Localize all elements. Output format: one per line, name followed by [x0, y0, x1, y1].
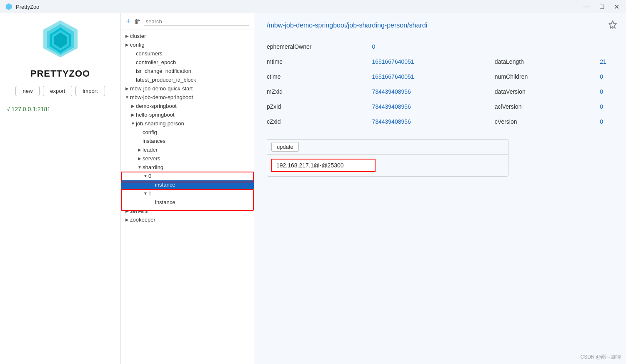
new-button[interactable]: new — [15, 86, 40, 96]
node-label: config — [130, 42, 145, 48]
arrow-icon: ▶ — [124, 42, 130, 47]
logo-area: PRETTYZOO — [0, 13, 120, 86]
node-label: controller_epoch — [136, 59, 176, 65]
pin-icon[interactable] — [608, 20, 618, 32]
arrow-icon: ▼ — [137, 165, 143, 170]
arrow-icon: ▶ — [124, 86, 130, 91]
tree-node-servers-top[interactable]: ▶ servers — [121, 207, 254, 215]
tree-node-sharding-1[interactable]: ▼ 1 — [121, 189, 254, 198]
tree-node-config-child[interactable]: config — [121, 128, 254, 137]
meta-label-dataLength: dataLength — [495, 54, 600, 69]
node-label: instance — [155, 182, 175, 188]
arrow-icon: ▼ — [143, 191, 148, 196]
trash-icon: 🗑 — [134, 18, 141, 25]
logo-text: PRETTYZOO — [30, 68, 90, 79]
svg-marker-0 — [6, 3, 12, 10]
arrow-icon: ▶ — [137, 156, 143, 161]
watermark: CSDN @雨～旋律 — [580, 354, 621, 361]
import-button[interactable]: import — [75, 86, 105, 96]
node-label: isr_change_notification — [136, 68, 191, 74]
meta-value-pZxid: 734439408956 — [372, 99, 494, 114]
server-item[interactable]: √ 127.0.0.1:2181 — [0, 103, 120, 115]
meta-label-mZxid: mZxid — [267, 84, 372, 99]
meta-row-ctime: ctime 1651667640051 numChildren 0 — [267, 69, 613, 84]
delete-node-button[interactable]: 🗑 — [134, 18, 141, 25]
node-label: job-sharding-person — [136, 120, 184, 127]
meta-value-cVersion: 0 — [600, 114, 613, 129]
meta-row-mtime: mtime 1651667640051 dataLength 21 — [267, 54, 613, 69]
node-label: zookeeper — [130, 217, 155, 223]
node-label: cluster — [130, 33, 146, 39]
search-input[interactable] — [144, 17, 249, 26]
arrow-icon: ▶ — [124, 209, 130, 213]
plus-icon: + — [126, 17, 131, 26]
arrow-icon: ▼ — [130, 121, 136, 126]
update-value[interactable]: 192.168.217.1@-@25300 — [271, 159, 376, 172]
meta-value-cZxid: 734439408956 — [372, 114, 494, 129]
sharding-1-container: ▼ 1 instance — [121, 189, 254, 207]
right-panel: + 🗑 ▶ cluster ▶ config — [121, 13, 626, 364]
meta-value-mtime: 1651667640051 — [372, 54, 494, 69]
app-logo-icon — [5, 3, 13, 10]
export-button[interactable]: export — [43, 86, 72, 96]
logo-box — [23, 22, 98, 63]
node-label: mbw-job-demo-quick-start — [130, 85, 193, 92]
tree-node-latest-producer[interactable]: latest_producer_id_block — [121, 75, 254, 84]
tree-node-config[interactable]: ▶ config — [121, 40, 254, 49]
close-button[interactable]: ✕ — [612, 3, 621, 11]
meta-label-empty — [495, 39, 600, 54]
title-bar-left: PrettyZoo — [5, 3, 39, 10]
tree-node-consumers[interactable]: consumers — [121, 49, 254, 58]
tree-node-servers-child[interactable]: ▶ servers — [121, 154, 254, 163]
tree-node-sharding-0-instance[interactable]: instance — [121, 180, 254, 189]
title-bar-controls: — □ ✕ — [581, 3, 621, 11]
meta-value-empty — [600, 39, 613, 54]
tree-node-controller-epoch[interactable]: controller_epoch — [121, 58, 254, 67]
node-label: config — [143, 129, 157, 135]
add-node-button[interactable]: + — [126, 17, 131, 26]
tree-node-zookeeper[interactable]: ▶ zookeeper — [121, 215, 254, 224]
node-label: hello-springboot — [136, 112, 175, 118]
arrow-icon: ▶ — [124, 34, 130, 38]
maximize-button[interactable]: □ — [598, 3, 606, 10]
tree-content: ▶ cluster ▶ config consumers controller_… — [121, 30, 254, 364]
tree-node-hello-springboot[interactable]: ▶ hello-springboot — [121, 110, 254, 119]
meta-table: ephemeralOwner 0 mtime 1651667640051 dat… — [267, 39, 613, 129]
update-content: 192.168.217.1@-@25300 — [267, 155, 508, 176]
tree-node-sharding[interactable]: ▼ sharding — [121, 163, 254, 172]
node-label: servers — [143, 155, 160, 162]
node-label: leader — [143, 147, 158, 153]
tree-toolbar: + 🗑 — [121, 13, 254, 30]
title-bar: PrettyZoo — □ ✕ — [0, 0, 626, 13]
main-layout: PRETTYZOO new export import √ 127.0.0.1:… — [0, 13, 626, 364]
tree-node-springboot[interactable]: ▼ mbw-job-demo-springboot — [121, 93, 254, 102]
app-title: PrettyZoo — [16, 4, 39, 10]
meta-label-dataVersion: dataVersion — [495, 84, 600, 99]
meta-value-mZxid: 734439408956 — [372, 84, 494, 99]
meta-row-cZxid: cZxid 734439408956 cVersion 0 — [267, 114, 613, 129]
tree-node-isr[interactable]: isr_change_notification — [121, 67, 254, 75]
detail-path: /mbw-job-demo-springboot/job-sharding-pe… — [267, 22, 613, 29]
prettyzoo-logo-icon — [35, 17, 85, 67]
tree-node-job-sharding-person[interactable]: ▼ job-sharding-person — [121, 119, 254, 128]
update-area: update 192.168.217.1@-@25300 — [267, 139, 508, 177]
minimize-button[interactable]: — — [581, 3, 591, 10]
tree-node-sharding-1-instance[interactable]: instance — [121, 198, 254, 207]
tree-node-instances[interactable]: instances — [121, 137, 254, 145]
update-toolbar: update — [267, 140, 508, 155]
tree-node-leader[interactable]: ▶ leader — [121, 145, 254, 154]
meta-value-ctime: 1651667640051 — [372, 69, 494, 84]
detail-panel: /mbw-job-demo-springboot/job-sharding-pe… — [254, 13, 626, 364]
meta-row-ephemeral: ephemeralOwner 0 — [267, 39, 613, 54]
tree-node-quick-start[interactable]: ▶ mbw-job-demo-quick-start — [121, 84, 254, 93]
tree-node-cluster[interactable]: ▶ cluster — [121, 32, 254, 40]
meta-label-ephemeralOwner: ephemeralOwner — [267, 39, 372, 54]
meta-label-cZxid: cZxid — [267, 114, 372, 129]
update-button[interactable]: update — [271, 142, 299, 152]
node-label: 1 — [148, 190, 151, 197]
tree-node-demo-springboot[interactable]: ▶ demo-springboot — [121, 102, 254, 110]
tree-node-sharding-0[interactable]: ▼ 0 — [121, 172, 254, 180]
node-label: instance — [155, 199, 175, 205]
sharding-0-container: ▼ 0 — [121, 172, 254, 180]
meta-label-ctime: ctime — [267, 69, 372, 84]
